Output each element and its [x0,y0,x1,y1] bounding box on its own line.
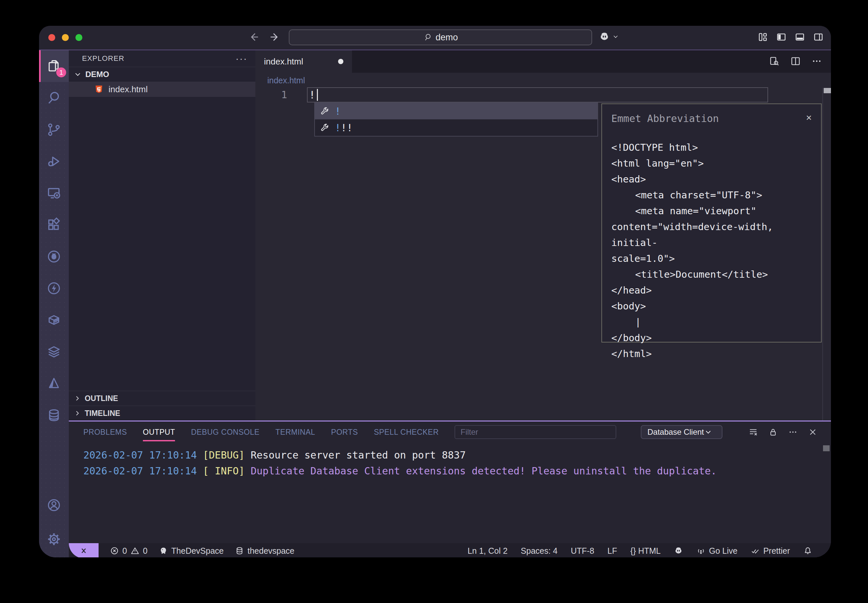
database-icon [235,546,244,555]
cursor-position[interactable]: Ln 1, Col 2 [467,546,507,556]
panel-tab-terminal[interactable]: TERMINAL [276,428,315,437]
encoding[interactable]: UTF-8 [571,546,594,556]
maximize-window-button[interactable] [76,34,82,41]
output-channel-select[interactable]: Database Client [641,425,722,439]
panel-tab-ports[interactable]: PORTS [331,428,358,437]
tab-index-html[interactable]: index.html [256,50,352,73]
chevron-down-icon [704,428,713,436]
window-controls [48,34,82,41]
split-editor-icon[interactable] [790,56,801,67]
panel-tab-spell-checker[interactable]: SPELL CHECKER [374,428,439,437]
close-icon[interactable]: × [806,113,812,123]
copilot-icon [599,31,610,42]
screen: demo [0,0,868,603]
remote-explorer-icon [46,186,62,201]
git-branch-icon [46,122,62,137]
postgres-elephant-icon [159,546,168,555]
indentation[interactable]: Spaces: 4 [521,546,557,556]
close-panel-icon[interactable] [808,427,818,437]
activitybar-settings[interactable] [39,521,69,557]
titlebar: demo [39,26,831,50]
activitybar-prisma[interactable] [39,368,69,399]
emmet-title: Emmet Abbreviation [611,113,719,124]
editor-group: index.html [256,50,831,421]
copilot-menu[interactable] [599,31,619,42]
search-icon [46,90,62,105]
activitybar-explorer[interactable]: 1 [39,50,69,82]
language-mode[interactable]: {} HTML [631,546,661,556]
output-filter-input[interactable] [454,425,616,439]
toggle-primary-sidebar-icon[interactable] [776,32,787,42]
prism-icon [46,376,62,391]
log-line: 2026-02-07 17:10:14 [ INFO] Duplicate Da… [83,463,831,479]
activitybar-github[interactable] [39,241,69,272]
copilot-status-icon[interactable] [674,546,683,555]
layers-icon [46,344,62,359]
github-icon [46,249,62,264]
eol-sequence[interactable]: LF [607,546,617,556]
command-center-search[interactable]: demo [289,29,592,45]
panel-header: PROBLEMS OUTPUT DEBUG CONSOLE TERMINAL P… [69,422,831,443]
more-actions-icon[interactable] [788,427,798,437]
activitybar-search[interactable] [39,82,69,114]
status-bar: 0 0 TheDevSpace [69,543,831,557]
lock-icon[interactable] [768,427,778,437]
activitybar-extensions[interactable] [39,209,69,241]
timeline-section[interactable]: TIMELINE [69,406,256,421]
vscode-window: demo [39,26,831,557]
activitybar-source-control[interactable] [39,114,69,145]
folder-row-demo[interactable]: DEMO [69,67,256,82]
close-window-button[interactable] [48,34,55,41]
file-row-index-html[interactable]: index.html [69,82,256,97]
prettier-status[interactable]: Prettier [750,546,790,556]
editor-scrollbar-thumb[interactable] [824,88,831,93]
activitybar-containers[interactable] [39,304,69,336]
panel-tab-debug-console[interactable]: DEBUG CONSOLE [191,428,259,437]
suggest-text: ! [335,122,341,134]
panel-tab-problems[interactable]: PROBLEMS [83,428,127,437]
run-debug-icon [46,154,62,169]
wrench-icon [319,106,330,116]
tab-bar: index.html [256,50,831,73]
minimize-window-button[interactable] [62,34,69,41]
code-editor[interactable]: 1 ! ! [256,88,831,421]
go-live-button[interactable]: Go Live [696,546,737,556]
breadcrumb[interactable]: index.html [256,73,831,88]
toggle-panel-icon[interactable] [795,32,805,42]
problems-status[interactable]: 0 0 [110,546,147,556]
panel-scrollbar-thumb[interactable] [823,445,829,451]
explorer-more-actions[interactable]: ··· [236,53,247,64]
back-icon[interactable] [248,31,260,43]
warning-icon [130,546,140,555]
activitybar-account[interactable] [39,489,69,521]
chevron-right-icon [73,409,81,417]
postgres-connection[interactable]: TheDevSpace [159,546,224,556]
forward-icon[interactable] [268,31,281,43]
toggle-secondary-sidebar-icon[interactable] [813,32,824,42]
customize-layout-icon[interactable] [758,32,768,42]
open-preview-icon[interactable] [769,56,780,67]
workbench: 1 [39,50,831,557]
line-content: ! [309,88,315,102]
suggest-item-1[interactable]: !!! [315,119,597,136]
breadcrumb-item[interactable]: index.html [267,76,305,85]
panel-tab-output[interactable]: OUTPUT [143,428,175,437]
output-log[interactable]: 2026-02-07 17:10:14 [DEBUG] Resource ser… [69,443,831,543]
suggest-item-0[interactable]: ! [315,103,597,119]
activitybar-remote-explorer[interactable] [39,177,69,209]
chevron-down-icon [73,70,82,79]
activitybar-layers[interactable] [39,336,69,368]
search-icon [423,33,432,42]
database-connection[interactable]: thedevspace [235,546,294,556]
remote-icon [79,546,88,556]
account-icon [46,498,62,513]
outline-section[interactable]: OUTLINE [69,391,256,406]
more-actions-icon[interactable] [811,56,822,67]
remote-indicator[interactable] [69,543,99,557]
clear-output-icon[interactable] [748,427,758,437]
notifications-bell-icon[interactable] [803,546,812,555]
folder-name: DEMO [85,70,109,79]
activitybar-thunder-client[interactable] [39,272,69,304]
activitybar-run-debug[interactable] [39,145,69,177]
activitybar-database[interactable] [39,399,69,431]
